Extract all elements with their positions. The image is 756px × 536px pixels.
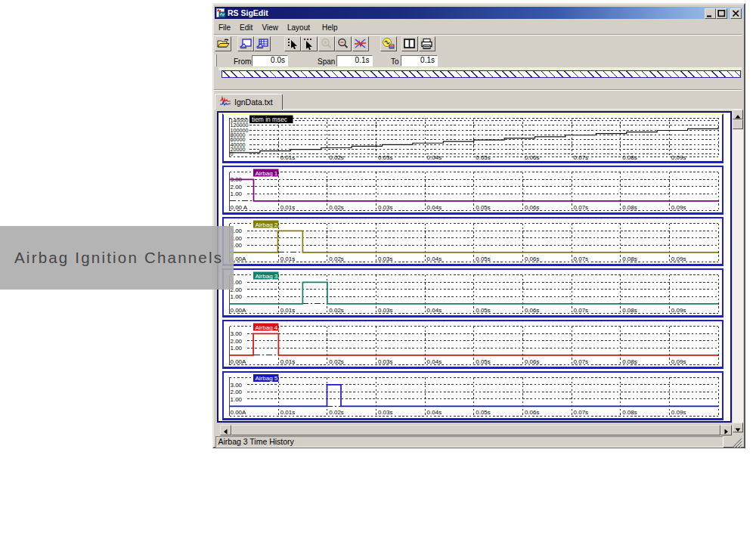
svg-text:0.00A: 0.00A [231, 358, 247, 365]
svg-text:0.09s: 0.09s [671, 409, 686, 416]
svg-text:0.05s: 0.05s [476, 204, 491, 211]
svg-text:0.02s: 0.02s [329, 204, 344, 211]
svg-text:0.05s: 0.05s [476, 154, 491, 161]
svg-text:3.00: 3.00 [231, 382, 243, 389]
svg-text:0.02s: 0.02s [329, 307, 344, 314]
svg-text:1.00: 1.00 [231, 191, 243, 197]
svg-text:0.02s: 0.02s [329, 409, 344, 416]
svg-text:0.08s: 0.08s [622, 154, 637, 161]
svg-text:0.04s: 0.04s [427, 154, 442, 161]
svg-text:0.01s: 0.01s [280, 358, 296, 365]
svg-text:0.03s: 0.03s [378, 358, 393, 365]
svg-text:0.02s: 0.02s [329, 358, 344, 365]
svg-text:0.03s: 0.03s [378, 409, 393, 416]
svg-text:0.08s: 0.08s [622, 256, 637, 262]
svg-text:0.08s: 0.08s [622, 409, 637, 416]
svg-text:0.02s: 0.02s [329, 154, 344, 161]
svg-text:0: 0 [231, 150, 234, 157]
svg-text:0.01s: 0.01s [280, 307, 296, 314]
svg-text:0.07s: 0.07s [574, 307, 589, 314]
svg-text:0.04s: 0.04s [427, 409, 442, 416]
svg-text:0.07s: 0.07s [574, 154, 589, 161]
svg-text:0.01s: 0.01s [280, 409, 296, 416]
svg-text:0.06s: 0.06s [525, 204, 540, 211]
svg-text:0.07s: 0.07s [574, 358, 589, 365]
svg-text:0.08s: 0.08s [622, 307, 637, 314]
svg-text:0.00A: 0.00A [231, 409, 247, 416]
svg-text:0.01s: 0.01s [280, 256, 296, 262]
svg-text:0.05s: 0.05s [476, 409, 491, 416]
svg-text:0.01s: 0.01s [280, 204, 296, 211]
svg-text:0.09s: 0.09s [671, 204, 686, 211]
svg-text:0.03s: 0.03s [378, 204, 393, 211]
svg-text:0.08s: 0.08s [622, 358, 637, 365]
svg-text:0.05s: 0.05s [476, 358, 491, 365]
svg-text:0.05s: 0.05s [476, 256, 491, 262]
svg-text:0.04s: 0.04s [427, 358, 442, 365]
svg-text:0.04s: 0.04s [427, 256, 442, 262]
svg-text:3.00: 3.00 [231, 330, 243, 337]
svg-text:0.07s: 0.07s [574, 409, 589, 416]
svg-text:Airbag 5: Airbag 5 [256, 375, 278, 382]
svg-text:0.09s: 0.09s [671, 256, 686, 262]
svg-text:0.01s: 0.01s [280, 154, 296, 161]
svg-text:0.03s: 0.03s [378, 256, 393, 262]
svg-text:Airbag 1: Airbag 1 [256, 170, 278, 177]
svg-text:Airbag 2: Airbag 2 [256, 222, 278, 228]
svg-text:2.00: 2.00 [231, 184, 243, 191]
svg-text:0.02s: 0.02s [329, 256, 344, 262]
svg-text:0.09s: 0.09s [671, 307, 686, 314]
svg-text:0.06s: 0.06s [525, 307, 540, 314]
svg-text:Airbag 3: Airbag 3 [256, 273, 278, 280]
svg-text:0.06s: 0.06s [525, 409, 540, 416]
svg-text:2.00: 2.00 [231, 338, 243, 345]
svg-text:Airbag 4: Airbag 4 [256, 324, 278, 331]
svg-text:1.00: 1.00 [231, 293, 243, 300]
svg-text:0.04s: 0.04s [427, 204, 442, 211]
svg-text:0.03s: 0.03s [378, 307, 393, 314]
svg-text:0.00 A: 0.00 A [231, 204, 248, 211]
svg-text:0.05s: 0.05s [476, 307, 491, 314]
svg-text:0.07s: 0.07s [574, 204, 589, 211]
svg-text:0.08s: 0.08s [622, 204, 637, 211]
svg-text:1.00: 1.00 [231, 345, 243, 352]
svg-text:0.09s: 0.09s [671, 154, 686, 161]
svg-text:0.04s: 0.04s [427, 307, 442, 314]
svg-text:0.06s: 0.06s [525, 358, 540, 365]
svg-text:2.00: 2.00 [231, 389, 243, 395]
svg-text:tiem in msec: tiem in msec [252, 116, 287, 123]
svg-text:0.00A: 0.00A [231, 307, 247, 314]
svg-text:0.06s: 0.06s [525, 256, 540, 262]
svg-text:0.03s: 0.03s [378, 154, 393, 161]
svg-text:0.06s: 0.06s [525, 154, 540, 161]
svg-text:0.09s: 0.09s [671, 358, 686, 365]
svg-text:0.07s: 0.07s [574, 256, 589, 262]
svg-text:1.00: 1.00 [231, 396, 243, 403]
